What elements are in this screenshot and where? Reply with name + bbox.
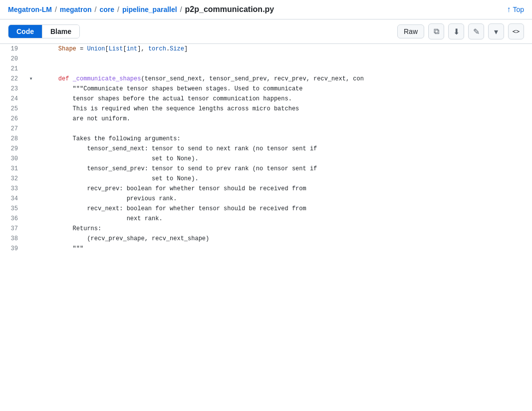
line-number: 25 bbox=[0, 104, 26, 114]
top-arrow-icon: ↑ bbox=[507, 5, 511, 14]
line-expand-toggle bbox=[26, 84, 36, 94]
line-number: 20 bbox=[0, 54, 26, 64]
table-row: 31 tensor_send_prev: tensor to send to p… bbox=[0, 164, 532, 174]
edit-icon: ✎ bbox=[473, 27, 480, 36]
line-number: 38 bbox=[0, 234, 26, 244]
symbols-icon: <> bbox=[513, 28, 520, 35]
breadcrumb-sep-3: / bbox=[117, 5, 119, 13]
download-button[interactable]: ⬇ bbox=[448, 23, 464, 39]
raw-label: Raw bbox=[404, 27, 418, 35]
table-row: 37 Returns: bbox=[0, 224, 532, 234]
line-code-cell: recv_prev: boolean for whether tensor sh… bbox=[36, 184, 532, 194]
line-number: 31 bbox=[0, 164, 26, 174]
line-expand-toggle bbox=[26, 214, 36, 224]
line-expand-toggle bbox=[26, 64, 36, 74]
line-number: 21 bbox=[0, 64, 26, 74]
line-expand-toggle bbox=[26, 164, 36, 174]
breadcrumb-bar: Megatron-LM / megatron / core / pipeline… bbox=[0, 0, 532, 19]
line-code-cell: (recv_prev_shape, recv_next_shape) bbox=[36, 234, 532, 244]
line-number: 36 bbox=[0, 214, 26, 224]
table-row: 36 next rank. bbox=[0, 214, 532, 224]
table-row: 39 """ bbox=[0, 244, 532, 254]
line-code-cell bbox=[36, 54, 532, 64]
line-code-cell: def _communicate_shapes(tensor_send_next… bbox=[36, 74, 532, 84]
dropdown-icon: ▾ bbox=[494, 27, 498, 36]
line-number: 19 bbox=[0, 44, 26, 54]
line-number: 30 bbox=[0, 154, 26, 164]
line-code-cell: This is required when the sequence lengt… bbox=[36, 104, 532, 114]
line-number: 24 bbox=[0, 94, 26, 104]
line-code-cell: tensor shapes before the actual tensor c… bbox=[36, 94, 532, 104]
table-row: 19 Shape = Union[List[int], torch.Size] bbox=[0, 44, 532, 54]
breadcrumb-sep-2: / bbox=[95, 5, 97, 13]
line-code-cell: tensor_send_next: tensor to send to next… bbox=[36, 144, 532, 154]
edit-button[interactable]: ✎ bbox=[468, 23, 484, 39]
actions-group: Raw ⧉ ⬇ ✎ ▾ <> bbox=[397, 23, 524, 39]
line-expand-toggle bbox=[26, 104, 36, 114]
line-number: 28 bbox=[0, 134, 26, 144]
line-expand-toggle bbox=[26, 144, 36, 154]
line-number: 39 bbox=[0, 244, 26, 254]
breadcrumb-sep-4: / bbox=[180, 5, 182, 13]
table-row: 38 (recv_prev_shape, recv_next_shape) bbox=[0, 234, 532, 244]
line-expand-toggle bbox=[26, 134, 36, 144]
breadcrumb-sep-1: / bbox=[55, 5, 57, 13]
breadcrumb: Megatron-LM / megatron / core / pipeline… bbox=[8, 5, 274, 14]
line-expand-toggle bbox=[26, 54, 36, 64]
top-link[interactable]: ↑ Top bbox=[507, 5, 524, 14]
toolbar: Code Blame Raw ⧉ ⬇ ✎ ▾ <> bbox=[0, 19, 532, 44]
line-number: 34 bbox=[0, 194, 26, 204]
line-expand-toggle bbox=[26, 194, 36, 204]
line-code-cell bbox=[36, 64, 532, 74]
top-link-label: Top bbox=[513, 5, 524, 13]
line-number: 35 bbox=[0, 204, 26, 214]
line-expand-toggle bbox=[26, 124, 36, 134]
copy-button[interactable]: ⧉ bbox=[428, 23, 444, 39]
line-expand-toggle bbox=[26, 244, 36, 254]
line-expand-toggle bbox=[26, 184, 36, 194]
table-row: 27 bbox=[0, 124, 532, 134]
table-row: 28 Takes the following arguments: bbox=[0, 134, 532, 144]
line-expand-toggle bbox=[26, 174, 36, 184]
line-number: 22 bbox=[0, 74, 26, 84]
line-number: 26 bbox=[0, 114, 26, 124]
table-row: 20 bbox=[0, 54, 532, 64]
line-number: 32 bbox=[0, 174, 26, 184]
line-number: 29 bbox=[0, 144, 26, 154]
tab-code[interactable]: Code bbox=[8, 25, 42, 38]
line-code-cell: recv_next: boolean for whether tensor sh… bbox=[36, 204, 532, 214]
breadcrumb-pipeline-link[interactable]: pipeline_parallel bbox=[122, 5, 177, 13]
line-code-cell: previous rank. bbox=[36, 194, 532, 204]
line-expand-toggle bbox=[26, 204, 36, 214]
line-expand-toggle bbox=[26, 44, 36, 54]
line-expand-toggle bbox=[26, 234, 36, 244]
table-row: 22▾ def _communicate_shapes(tensor_send_… bbox=[0, 74, 532, 84]
tab-group: Code Blame bbox=[8, 24, 80, 38]
raw-button[interactable]: Raw bbox=[397, 24, 424, 38]
table-row: 24 tensor shapes before the actual tenso… bbox=[0, 94, 532, 104]
line-code-cell: set to None). bbox=[36, 174, 532, 184]
code-table: 19 Shape = Union[List[int], torch.Size]2… bbox=[0, 44, 532, 254]
line-number: 37 bbox=[0, 224, 26, 234]
line-code-cell: next rank. bbox=[36, 214, 532, 224]
line-code-cell: Takes the following arguments: bbox=[36, 134, 532, 144]
line-expand-toggle bbox=[26, 94, 36, 104]
copy-icon: ⧉ bbox=[434, 27, 439, 36]
symbols-button[interactable]: <> bbox=[508, 23, 524, 39]
table-row: 33 recv_prev: boolean for whether tensor… bbox=[0, 184, 532, 194]
breadcrumb-megatron-link[interactable]: megatron bbox=[60, 5, 92, 13]
line-code-cell: tensor_send_prev: tensor to send to prev… bbox=[36, 164, 532, 174]
download-icon: ⬇ bbox=[453, 27, 460, 36]
table-row: 34 previous rank. bbox=[0, 194, 532, 204]
dropdown-button[interactable]: ▾ bbox=[488, 23, 504, 39]
line-code-cell: set to None). bbox=[36, 154, 532, 164]
tab-blame[interactable]: Blame bbox=[42, 25, 79, 38]
line-code-cell: """ bbox=[36, 244, 532, 254]
line-code-cell: Shape = Union[List[int], torch.Size] bbox=[36, 44, 532, 54]
breadcrumb-repo-link[interactable]: Megatron-LM bbox=[8, 5, 52, 13]
table-row: 23 """Communicate tensor shapes between … bbox=[0, 84, 532, 94]
line-expand-toggle[interactable]: ▾ bbox=[26, 74, 36, 84]
breadcrumb-core-link[interactable]: core bbox=[99, 5, 114, 13]
table-row: 29 tensor_send_next: tensor to send to n… bbox=[0, 144, 532, 154]
table-row: 32 set to None). bbox=[0, 174, 532, 184]
